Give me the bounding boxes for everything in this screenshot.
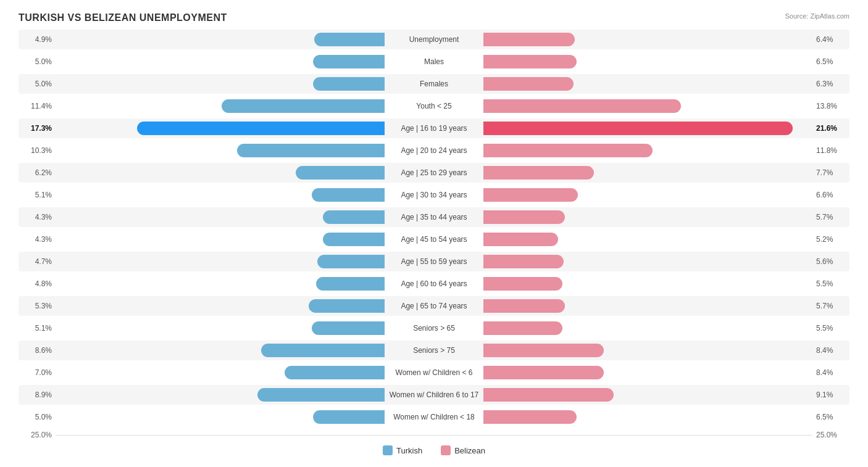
bar-row: 8.9% Women w/ Children 6 to 17 9.1% — [19, 385, 849, 405]
left-bar-wrap — [56, 166, 385, 180]
left-value: 6.2% — [19, 168, 56, 177]
right-bar-wrap — [483, 77, 812, 91]
bar-row: 4.3% Age | 35 to 44 years 5.7% — [19, 207, 849, 227]
bar-label: Age | 25 to 29 years — [385, 168, 483, 177]
bar-blue — [323, 233, 385, 246]
bar-blue — [312, 188, 385, 202]
bar-label: Age | 65 to 74 years — [385, 302, 483, 310]
right-bar-wrap — [483, 255, 812, 268]
bar-row: 5.3% Age | 65 to 74 years 5.7% — [19, 296, 849, 316]
bar-blue — [313, 410, 385, 424]
right-value: 8.4% — [812, 368, 849, 377]
bar-row: 4.7% Age | 55 to 59 years 5.6% — [19, 252, 849, 271]
left-bar-wrap — [56, 33, 385, 46]
bar-label: Unemployment — [385, 35, 483, 44]
bar-pink — [483, 144, 653, 157]
left-value: 4.8% — [19, 279, 56, 288]
left-value: 5.1% — [19, 191, 56, 199]
bar-label: Age | 35 to 44 years — [385, 213, 483, 221]
legend: Turkish Belizean — [19, 445, 849, 455]
bar-row: 6.2% Age | 25 to 29 years 7.7% — [19, 163, 849, 183]
bar-row: 7.0% Women w/ Children < 6 8.4% — [19, 363, 849, 382]
left-bar-wrap — [56, 122, 385, 135]
left-bar-wrap — [56, 77, 385, 91]
bar-pink — [483, 188, 578, 202]
legend-label-belizean: Belizean — [454, 446, 485, 455]
left-value: 8.9% — [19, 391, 56, 399]
bar-blue — [257, 388, 385, 402]
right-value: 6.5% — [812, 413, 849, 421]
bars-center: Age | 20 to 24 years — [56, 144, 812, 157]
bar-label: Males — [385, 57, 483, 66]
right-bar-wrap — [483, 299, 812, 313]
bar-blue — [316, 277, 385, 291]
right-value: 5.7% — [812, 213, 849, 221]
bar-row: 5.0% Women w/ Children < 18 6.5% — [19, 407, 849, 427]
right-value: 13.8% — [812, 102, 849, 110]
bar-blue — [296, 166, 385, 180]
row-inner: 8.9% Women w/ Children 6 to 17 9.1% — [19, 387, 849, 403]
left-bar-wrap — [56, 366, 385, 379]
bar-pink — [483, 321, 562, 335]
bar-row: 17.3% Age | 16 to 19 years 21.6% — [19, 118, 849, 138]
bar-blue — [309, 299, 385, 313]
left-bar-wrap — [56, 277, 385, 291]
bar-pink — [483, 344, 604, 357]
bar-row: 11.4% Youth < 25 13.8% — [19, 96, 849, 116]
bar-label: Women w/ Children 6 to 17 — [385, 391, 484, 399]
bars-center: Females — [56, 77, 812, 91]
row-inner: 8.6% Seniors > 75 8.4% — [19, 342, 849, 358]
bar-pink — [483, 210, 565, 224]
right-value: 6.5% — [812, 57, 849, 66]
left-value: 5.1% — [19, 324, 56, 333]
chart-title: TURKISH VS BELIZEAN UNEMPLOYMENT — [19, 12, 849, 23]
bar-blue — [312, 321, 385, 335]
right-bar-wrap — [483, 33, 812, 46]
bar-label: Women w/ Children < 18 — [385, 413, 483, 421]
bar-label: Age | 45 to 54 years — [385, 235, 483, 244]
right-bar-wrap — [483, 122, 812, 135]
left-bar-wrap — [56, 344, 385, 357]
left-bar-wrap — [56, 255, 385, 268]
bars-center: Unemployment — [56, 33, 812, 46]
row-inner: 4.9% Unemployment 6.4% — [19, 31, 849, 48]
chart-container: TURKISH VS BELIZEAN UNEMPLOYMENT Source:… — [0, 0, 868, 467]
bars-center: Women w/ Children < 18 — [56, 410, 812, 424]
left-bar-wrap — [56, 321, 385, 335]
row-inner: 5.1% Seniors > 65 5.5% — [19, 320, 849, 336]
left-value: 5.3% — [19, 302, 56, 310]
legend-box-turkish — [383, 445, 393, 455]
bars-center: Age | 65 to 74 years — [56, 299, 812, 313]
left-bar-wrap — [56, 210, 385, 224]
left-value: 4.7% — [19, 257, 56, 266]
bar-label: Age | 20 to 24 years — [385, 146, 483, 155]
right-value: 5.7% — [812, 302, 849, 310]
row-inner: 5.3% Age | 65 to 74 years 5.7% — [19, 298, 849, 314]
bar-row: 5.0% Females 6.3% — [19, 74, 849, 94]
row-inner: 5.0% Females 6.3% — [19, 76, 849, 92]
bar-pink — [483, 410, 577, 424]
bar-blue — [314, 33, 385, 46]
left-bar-wrap — [56, 388, 385, 402]
bar-pink — [483, 55, 577, 68]
right-value: 11.8% — [812, 146, 849, 155]
right-value: 21.6% — [812, 124, 849, 133]
bar-pink — [483, 166, 594, 180]
right-value: 7.7% — [812, 168, 849, 177]
row-inner: 5.0% Women w/ Children < 18 6.5% — [19, 409, 849, 425]
bars-center: Women w/ Children < 6 — [56, 366, 812, 379]
bar-row: 5.1% Seniors > 65 5.5% — [19, 318, 849, 338]
chart-area: 4.9% Unemployment 6.4% 5.0% Males — [19, 30, 849, 439]
left-bar-wrap — [56, 144, 385, 157]
right-bar-wrap — [483, 188, 812, 202]
legend-item-turkish: Turkish — [383, 445, 422, 455]
left-value: 17.3% — [19, 124, 56, 133]
bar-label: Age | 60 to 64 years — [385, 279, 483, 288]
right-bar-wrap — [483, 344, 812, 357]
left-value: 4.3% — [19, 213, 56, 221]
axis-right-label: 25.0% — [812, 431, 849, 439]
bars-center: Age | 16 to 19 years — [56, 122, 812, 135]
left-bar-wrap — [56, 410, 385, 424]
bar-pink — [483, 33, 575, 46]
axis-left-label: 25.0% — [19, 431, 56, 439]
